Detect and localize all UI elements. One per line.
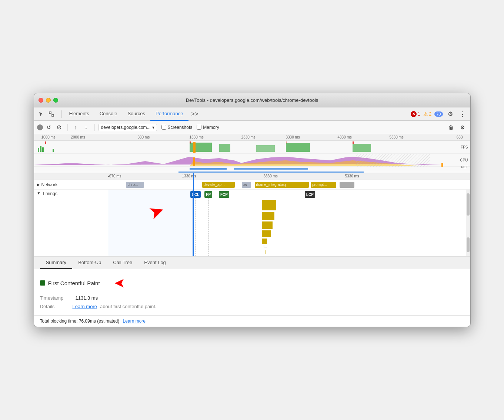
url-selector[interactable]: developers.google.com... ▾ xyxy=(99,124,157,131)
cursor-icon[interactable] xyxy=(37,110,45,118)
svg-rect-11 xyxy=(219,144,230,152)
tab-event-log[interactable]: Event Log xyxy=(138,257,172,269)
scrollbar-track[interactable] xyxy=(466,190,470,256)
network-bar-5[interactable]: prompt... xyxy=(311,182,336,188)
cpu-graph xyxy=(34,154,470,167)
clear-button[interactable]: ⊘ xyxy=(55,123,64,132)
svg-rect-1 xyxy=(52,114,54,116)
tab-badges: ✕ 1 ⚠ 2 70 ⚙ ⋮ xyxy=(411,110,467,119)
timestamp-row: Timestamp 1131.3 ms xyxy=(40,295,464,301)
settings-button[interactable]: ⚙ xyxy=(446,110,455,119)
bottom-tabs: Summary Bottom-Up Call Tree Event Log xyxy=(34,257,470,269)
dcl-marker[interactable]: DCL xyxy=(190,191,201,198)
scrollbar-thumb-2[interactable] xyxy=(467,237,470,252)
screenshots-checkbox[interactable] xyxy=(161,125,166,130)
settings-button-2[interactable]: ⚙ xyxy=(458,123,467,132)
svg-rect-8 xyxy=(42,147,44,152)
network-row: ▶ Network chro... devsite_ap... as ifram… xyxy=(34,180,470,190)
footer-bar: Total blocking time: 76.09ms (estimated)… xyxy=(34,315,470,327)
network-content: chro... devsite_ap... as iframe_integrat… xyxy=(108,180,470,190)
toolbar-divider-2 xyxy=(94,124,95,131)
lcp-marker[interactable]: LCP xyxy=(305,191,315,198)
timeline-overview: 1000 ms 2000 ms 330 ms 1330 ms 2330 ms 3… xyxy=(34,134,470,173)
svg-rect-18 xyxy=(193,157,195,166)
screenshots-checkbox-group: Screenshots xyxy=(161,125,193,130)
svg-rect-0 xyxy=(49,112,51,114)
message-icon: 70 xyxy=(434,111,443,117)
memory-checkbox[interactable] xyxy=(197,125,201,130)
lcp-line-right xyxy=(305,198,305,256)
summary-content: First Contentful Paint ➤ Timestamp 1131.… xyxy=(34,269,470,315)
net-chart: NET xyxy=(34,167,470,171)
tab-bottom-up[interactable]: Bottom-Up xyxy=(72,257,107,269)
inspect-icon[interactable] xyxy=(47,110,56,118)
tab-icon-group xyxy=(37,110,56,118)
svg-rect-16 xyxy=(356,154,430,167)
error-icon: ✕ xyxy=(411,111,417,117)
details-row: Details Learn more about first contentfu… xyxy=(40,304,464,309)
window-title: DevTools - developers.google.com/web/too… xyxy=(186,97,318,103)
network-label[interactable]: ▶ Network xyxy=(34,182,108,187)
svg-rect-5 xyxy=(353,141,354,144)
timings-row: ▼ Timings ➤ DCL FP FCP LCP xyxy=(34,190,470,256)
fps-chart: FPS xyxy=(34,141,470,154)
scrollbar-thumb[interactable] xyxy=(467,193,470,216)
toolbar-divider-1 xyxy=(67,124,68,131)
svg-rect-9 xyxy=(53,149,54,152)
warning-badge[interactable]: ⚠ 2 xyxy=(423,111,432,117)
network-bar-3[interactable]: as xyxy=(242,182,251,188)
tab-performance[interactable]: Performance xyxy=(150,107,188,121)
record-button[interactable] xyxy=(37,124,43,130)
svg-rect-20 xyxy=(190,168,227,170)
download-button[interactable]: ↓ xyxy=(82,123,91,132)
bottom-panel: Summary Bottom-Up Call Tree Event Log Fi… xyxy=(34,257,470,315)
lcp-bar-5 xyxy=(262,239,267,244)
svg-rect-15 xyxy=(193,142,196,153)
tab-elements[interactable]: Elements xyxy=(64,107,94,121)
net-graph xyxy=(34,167,470,171)
tab-console[interactable]: Console xyxy=(94,107,123,121)
minimize-button[interactable] xyxy=(46,98,51,103)
tab-summary[interactable]: Summary xyxy=(40,257,73,269)
flame-area: -670 ms 1330 ms 3330 ms 5330 ms ▶ Networ… xyxy=(34,173,470,257)
svg-rect-10 xyxy=(190,143,212,152)
tabbar: Elements Console Sources Performance >> … xyxy=(34,107,470,121)
upload-button[interactable]: ↑ xyxy=(71,123,80,132)
lcp-bar-3 xyxy=(262,221,273,229)
svg-rect-7 xyxy=(40,146,41,152)
more-tabs-button[interactable]: >> xyxy=(188,111,201,117)
url-dropdown-icon: ▾ xyxy=(152,125,154,130)
message-badge[interactable]: 70 xyxy=(434,111,443,117)
fp-marker[interactable]: FP xyxy=(204,191,212,198)
red-arrow-summary: ➤ xyxy=(114,275,125,291)
timeline-selection-bar xyxy=(178,171,364,173)
error-badge[interactable]: ✕ 1 xyxy=(411,111,420,117)
lcp-bar-6 xyxy=(266,250,267,254)
network-bar-1[interactable]: chro... xyxy=(126,182,144,188)
more-options-button[interactable]: ⋮ xyxy=(458,110,467,118)
timings-label[interactable]: ▼ Timings xyxy=(34,190,108,256)
learn-more-link[interactable]: Learn more xyxy=(73,304,97,309)
fcp-marker[interactable]: FCP xyxy=(219,191,229,198)
maximize-button[interactable] xyxy=(53,98,58,103)
close-button[interactable] xyxy=(39,98,43,103)
cpu-chart: CPU xyxy=(34,154,470,167)
fcp-color-box xyxy=(40,280,45,286)
network-bar-2[interactable]: devsite_ap... xyxy=(202,182,235,188)
fp-line xyxy=(208,198,208,256)
network-bar-4[interactable]: iframe_integrator.j xyxy=(255,182,309,188)
svg-rect-2 xyxy=(45,141,46,144)
traffic-lights xyxy=(39,98,58,103)
tab-sources[interactable]: Sources xyxy=(122,107,150,121)
devtools-window: DevTools - developers.google.com/web/too… xyxy=(34,93,471,327)
network-bar-6[interactable] xyxy=(340,182,354,188)
footer-learn-more-link[interactable]: Learn more xyxy=(123,319,146,324)
dcl-line xyxy=(196,198,196,256)
delete-button[interactable]: 🗑 xyxy=(447,123,455,132)
reload-button[interactable]: ↺ xyxy=(44,123,53,132)
fps-graph xyxy=(34,141,470,154)
tab-call-tree[interactable]: Call Tree xyxy=(107,257,138,269)
svg-rect-19 xyxy=(441,163,443,167)
timeline-selection-area[interactable] xyxy=(34,171,470,173)
toolbar: ↺ ⊘ ↑ ↓ developers.google.com... ▾ Scree… xyxy=(34,121,470,134)
